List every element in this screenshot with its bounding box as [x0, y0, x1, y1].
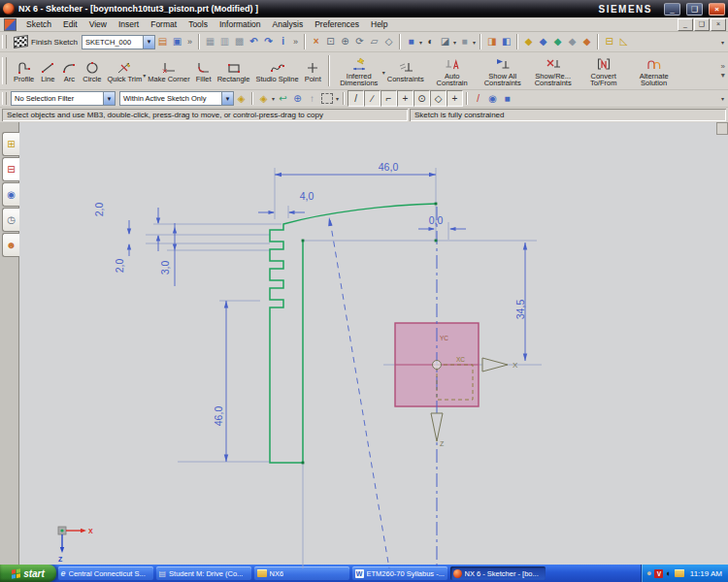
cursor-select-icon[interactable]: ◆	[565, 35, 579, 49]
work-plane-icon[interactable]: ■	[500, 91, 514, 106]
measure-distance-icon[interactable]: ⊟	[602, 35, 616, 49]
target-point-icon[interactable]: ◆	[579, 35, 594, 49]
convert-tofrom-button[interactable]: Convert To/From	[579, 55, 629, 87]
graphics-window[interactable]: YC XC X Z	[19, 122, 728, 565]
origin-point[interactable]	[433, 361, 442, 370]
dropdown-caret-icon[interactable]: ▼	[103, 92, 115, 105]
highlight-icon[interactable]: ◈	[256, 91, 271, 106]
dropdown-caret-icon[interactable]: ▾	[336, 95, 339, 102]
dropdown-caret-icon[interactable]: ▼	[143, 36, 154, 48]
snap-arc-center-icon[interactable]: ⊙	[414, 90, 430, 107]
back-arrow-icon[interactable]: ↩	[276, 91, 290, 106]
sketch-name-combo[interactable]: SKETCH_000 ▼	[82, 35, 155, 49]
dim-width-top[interactable]: 46,0	[275, 161, 436, 177]
zoom-box-icon[interactable]: ⊡	[323, 35, 338, 49]
make-corner-button[interactable]: Make Corner	[145, 58, 192, 83]
sync-view-icon[interactable]: ◆	[550, 35, 565, 49]
reattach-sketch-icon[interactable]: ▣	[170, 35, 184, 49]
show-remove-constraints-button[interactable]: Show/Re... Constraints	[528, 55, 579, 87]
part-window-icon[interactable]	[4, 18, 17, 31]
overflow-chevron-icon[interactable]: »▾	[721, 62, 725, 80]
menu-insert[interactable]: Insert	[113, 19, 145, 29]
dim-groove-depth[interactable]: 3,0	[159, 223, 177, 286]
dim-skirt-height[interactable]: 46,0	[213, 301, 228, 462]
dim-pin-height[interactable]: 34,5	[514, 242, 527, 361]
dropdown-caret-icon[interactable]: ▾	[419, 39, 422, 46]
general-snap-icon[interactable]: ◈	[234, 91, 248, 106]
shaded-view-icon[interactable]: ■	[404, 35, 418, 49]
toolbar-grip[interactable]	[2, 35, 7, 48]
restore-button[interactable]: ❑	[686, 3, 703, 16]
menu-analysis[interactable]: Analysis	[267, 19, 310, 29]
measure-angle-icon[interactable]: ◺	[616, 35, 631, 49]
menu-sketch[interactable]: Sketch	[20, 19, 57, 29]
dim-groove-mid[interactable]: 2,0	[114, 220, 131, 273]
redo-icon[interactable]: ↷	[261, 35, 276, 49]
dropdown-caret-icon[interactable]: ▾	[721, 95, 724, 102]
undo-icon[interactable]: ↶	[247, 35, 261, 49]
profile-button[interactable]: Profile	[11, 58, 37, 83]
dim-center-gap[interactable]: 0,0	[418, 214, 466, 231]
close-button[interactable]: ×	[709, 3, 725, 16]
snap-point-on-curve-icon[interactable]: /	[471, 91, 485, 106]
mdi-minimize-button[interactable]: _	[678, 18, 693, 31]
scrollbar-stub[interactable]	[716, 122, 728, 135]
snap-point-on-face-icon[interactable]: ◉	[485, 91, 500, 106]
history-tab[interactable]: ◷	[2, 208, 19, 232]
show-all-constraints-button[interactable]: Show All Constraints	[478, 55, 528, 87]
background-icon[interactable]: ■	[457, 35, 472, 49]
snap-existing-point-icon[interactable]: +	[447, 90, 463, 107]
dropdown-caret-icon[interactable]: ▾	[721, 39, 724, 46]
alternate-solution-button[interactable]: Alternate Solution	[629, 55, 679, 87]
menu-format[interactable]: Format	[145, 19, 182, 29]
finish-sketch-button[interactable]: Finish Sketch	[31, 38, 78, 47]
minimize-button[interactable]: _	[664, 3, 680, 16]
constraints-button[interactable]: Constraints	[384, 58, 427, 83]
assembly-navigator-tab[interactable]: ⊞	[2, 132, 19, 156]
face-analysis-icon[interactable]: ◪	[438, 35, 452, 49]
rotate-view-icon[interactable]: ⟳	[352, 35, 367, 49]
snap-quadrant-icon[interactable]: ◇	[430, 90, 447, 107]
line-button[interactable]: Line	[37, 58, 58, 83]
dim-dome-offset[interactable]: 4,0	[258, 190, 314, 214]
menu-preferences[interactable]: Preferences	[309, 19, 365, 29]
up-arrow-icon[interactable]: ↑	[305, 91, 319, 106]
menu-help[interactable]: Help	[365, 19, 393, 29]
orient-view-icon[interactable]: ◆	[521, 35, 536, 49]
part-navigator-tab[interactable]: ⊟	[2, 157, 19, 181]
fillet-button[interactable]: Fillet	[193, 58, 215, 83]
auto-constrain-button[interactable]: Auto Constrain	[427, 55, 478, 87]
arc-button[interactable]: Arc	[58, 58, 80, 83]
menu-information[interactable]: Information	[214, 19, 267, 29]
snap-control-point-icon[interactable]: ⌐	[381, 90, 397, 107]
mdi-restore-button[interactable]: ❑	[694, 18, 710, 31]
perspective-icon[interactable]: ◇	[381, 35, 396, 49]
menu-view[interactable]: View	[83, 19, 113, 29]
snap-intersection-icon[interactable]: +	[397, 90, 414, 107]
overflow-chevron-icon[interactable]: »	[293, 37, 298, 47]
mdi-close-button[interactable]: ×	[711, 18, 726, 31]
circle-button[interactable]: Circle	[80, 58, 104, 83]
rectangle-button[interactable]: Rectangle	[215, 58, 253, 83]
toolbar-grip[interactable]	[2, 57, 7, 83]
selection-filter-combo[interactable]: No Selection Filter ▼	[11, 91, 116, 106]
inferred-dimensions-button[interactable]: Inferred Dimensions ▾	[334, 55, 384, 87]
copy-icon[interactable]: ▥	[217, 35, 232, 49]
studio-spline-button[interactable]: Studio Spline	[252, 58, 301, 83]
z-axis-arrow[interactable]	[431, 413, 443, 441]
internet-explorer-tab[interactable]: ◉	[2, 182, 19, 207]
menu-edit[interactable]: Edit	[57, 19, 83, 29]
help-icon[interactable]: i	[276, 35, 290, 49]
toolbar-grip[interactable]	[2, 92, 7, 104]
snap-endpoint-icon[interactable]: /	[347, 90, 364, 107]
clip-section-icon[interactable]: ◨	[484, 35, 499, 49]
orient-sketch-icon[interactable]: ▤	[155, 35, 170, 49]
x-axis-arrow[interactable]	[482, 358, 508, 372]
save-icon[interactable]: ▦	[203, 35, 217, 49]
dropdown-caret-icon[interactable]: ▼	[221, 92, 233, 105]
snap-midpoint-icon[interactable]: ∕	[364, 90, 381, 107]
point-button[interactable]: Point	[302, 58, 324, 83]
overflow-chevron-icon[interactable]: »	[187, 37, 192, 47]
quick-trim-button[interactable]: Quick Trim ▾	[104, 58, 145, 83]
selection-scope-combo[interactable]: Within Active Sketch Only ▼	[119, 91, 234, 106]
